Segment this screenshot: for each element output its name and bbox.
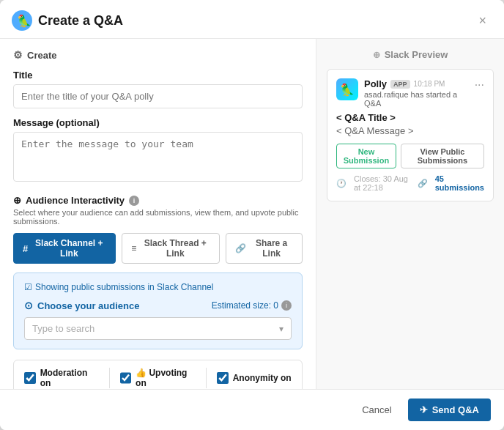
- close-button[interactable]: ×: [474, 12, 491, 29]
- link-icon: 🔗: [235, 243, 246, 253]
- title-label: Title: [13, 70, 303, 81]
- moderation-checkbox[interactable]: [24, 372, 36, 384]
- message-label: Message (optional): [13, 117, 303, 128]
- audience-circle-icon: ⊙: [24, 300, 33, 311]
- audience-box-info: ☑ Showing public submissions in Slack Ch…: [24, 282, 292, 292]
- search-placeholder: Type to search: [32, 323, 94, 334]
- header-left: 🦜 Create a Q&A: [12, 10, 123, 31]
- send-qa-button[interactable]: ✈ Send Q&A: [408, 399, 491, 421]
- audience-btn-group: # Slack Channel + Link ≡ Slack Thread + …: [13, 233, 303, 264]
- modal-title: Create a Q&A: [38, 13, 123, 29]
- modal-footer: Cancel ✈ Send Q&A: [0, 389, 504, 430]
- audience-box: ☑ Showing public submissions in Slack Ch…: [13, 273, 303, 349]
- modal-body: ⚙ Create Title Message (optional) ⊕ Audi…: [0, 39, 504, 389]
- svg-text:🦜: 🦜: [17, 14, 32, 28]
- audience-section: ⊕ Audience Interactivity i Select where …: [13, 195, 303, 349]
- create-qa-modal: 🦜 Create a Q&A × ⚙ Create Title Message …: [0, 0, 504, 430]
- thread-icon: ≡: [131, 243, 136, 253]
- send-icon: ✈: [420, 404, 428, 415]
- preview-header: ⊕ Slack Preview: [327, 49, 494, 60]
- audience-search-select[interactable]: Type to search ▾: [24, 317, 292, 340]
- anonymity-checkbox[interactable]: [217, 372, 229, 384]
- preview-qa-title: < Q&A Title >: [336, 112, 484, 123]
- audience-label: Audience Interactivity: [26, 195, 125, 206]
- cancel-button[interactable]: Cancel: [353, 400, 400, 420]
- gear-icon: ⚙: [13, 49, 23, 61]
- preview-qa-message: < Q&A Message >: [336, 125, 484, 136]
- hash-icon: #: [23, 243, 28, 254]
- link-icon-preview: 🔗: [418, 179, 428, 188]
- app-badge: APP: [390, 80, 410, 89]
- audience-icon: ⊕: [13, 195, 21, 206]
- modal-header: 🦜 Create a Q&A ×: [0, 0, 504, 39]
- slack-preview-card: 🦜 Polly APP 10:18 PM asad.rafique has st…: [327, 69, 494, 201]
- audience-description: Select where your audience can add submi…: [13, 208, 303, 226]
- check-icon: ☑: [24, 282, 32, 292]
- closes-text: Closes: 30 Aug at 22:18: [354, 174, 410, 192]
- info-icon[interactable]: i: [129, 196, 139, 206]
- toggle-section: Moderation on 👍 Upvoting on Anonymity on: [13, 360, 303, 389]
- message-input[interactable]: [13, 132, 303, 182]
- main-panel: ⚙ Create Title Message (optional) ⊕ Audi…: [0, 39, 316, 389]
- title-input[interactable]: [13, 84, 303, 108]
- clock-icon: 🕐: [336, 179, 346, 188]
- polly-time: 10:18 PM: [414, 80, 445, 88]
- polly-name: Polly: [364, 78, 387, 89]
- choose-audience-label: ⊙ Choose your audience: [24, 300, 139, 311]
- preview-buttons: New Submission View Public Submissions: [336, 144, 484, 168]
- preview-panel: ⊕ Slack Preview 🦜 Polly APP 10:18 PM asa…: [316, 39, 504, 389]
- more-options-icon[interactable]: ···: [475, 78, 484, 92]
- polly-info: Polly APP 10:18 PM asad.rafique has star…: [364, 78, 469, 108]
- polly-row: 🦜 Polly APP 10:18 PM asad.rafique has st…: [336, 78, 484, 108]
- moderation-toggle: Moderation on: [14, 368, 110, 388]
- anonymity-toggle: Anonymity on: [207, 372, 302, 384]
- preview-footer: 🕐 Closes: 30 Aug at 22:18 🔗 45 submissio…: [336, 174, 484, 192]
- choose-audience-row: ⊙ Choose your audience Estimated size: 0…: [24, 300, 292, 311]
- slack-thread-btn[interactable]: ≡ Slack Thread + Link: [122, 233, 220, 264]
- polly-logo: 🦜: [12, 10, 32, 31]
- slack-channel-btn[interactable]: # Slack Channel + Link: [13, 233, 116, 264]
- estimated-info-icon[interactable]: i: [281, 300, 292, 311]
- polly-user-action: asad.rafique has started a Q&A: [364, 90, 469, 108]
- polly-avatar: 🦜: [336, 78, 358, 100]
- upvoting-checkbox[interactable]: [120, 372, 131, 384]
- new-submission-button[interactable]: New Submission: [336, 144, 396, 168]
- estimated-size: Estimated size: 0 i: [212, 300, 292, 311]
- upvoting-toggle: 👍 Upvoting on: [110, 368, 206, 388]
- create-section-label: Create: [27, 50, 56, 61]
- create-section-header: ⚙ Create: [13, 49, 303, 61]
- polly-name-row: Polly APP 10:18 PM: [364, 78, 469, 89]
- share-link-btn[interactable]: 🔗 Share a Link: [226, 233, 303, 264]
- submissions-count: 45 submissions: [435, 174, 484, 192]
- audience-header: ⊕ Audience Interactivity i: [13, 195, 303, 206]
- view-public-submissions-button[interactable]: View Public Submissions: [401, 144, 484, 168]
- chevron-down-icon: ▾: [279, 324, 284, 334]
- preview-icon: ⊕: [373, 50, 380, 60]
